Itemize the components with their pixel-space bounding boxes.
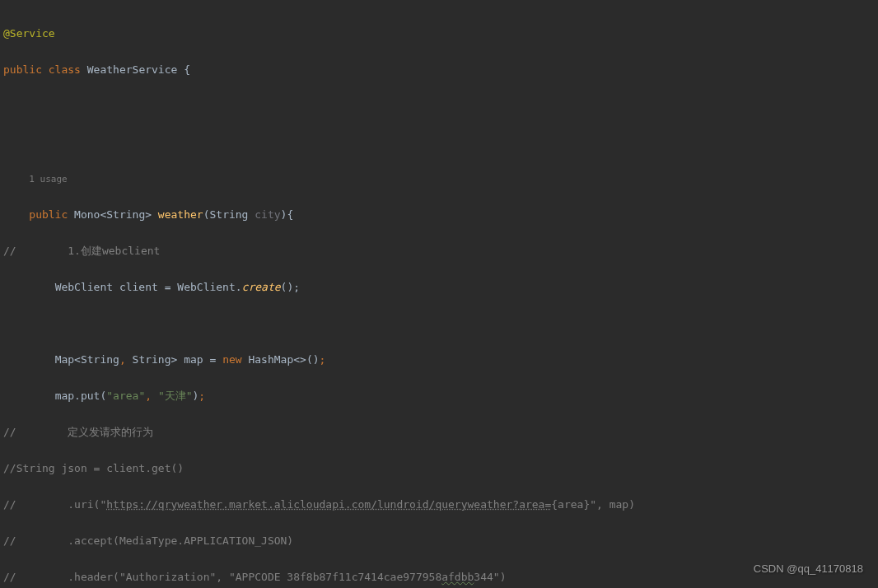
code-line: //String json = client.get() [0,460,878,478]
code-line: // 定义发请求的行为 [0,423,878,441]
code-line: Map<String, String> map = new HashMap<>(… [0,351,878,369]
code-line: // 1.创建webclient [0,242,878,260]
code-line: @Service [0,25,878,43]
code-line: public Mono<String> weather(String city)… [0,206,878,224]
code-line: public class WeatherService { [0,61,878,79]
code-editor[interactable]: @Service public class WeatherService { 1… [0,0,878,588]
annotation: @Service [3,27,55,40]
code-line [0,133,878,152]
code-line: // .header("Authorization", "APPCODE 38f… [0,568,878,586]
watermark: CSDN @qq_41170818 [754,560,863,578]
code-line [0,315,878,333]
code-line: // .uri("https://qryweather.market.alicl… [0,496,878,514]
code-line: map.put("area", "天津"); [0,387,878,405]
code-line: WebClient client = WebClient.create(); [0,278,878,296]
code-line: 1 usage [0,170,878,188]
code-line: // .accept(MediaType.APPLICATION_JSON) [0,532,878,550]
code-line [0,97,878,115]
usage-hint[interactable]: 1 usage [29,174,67,184]
